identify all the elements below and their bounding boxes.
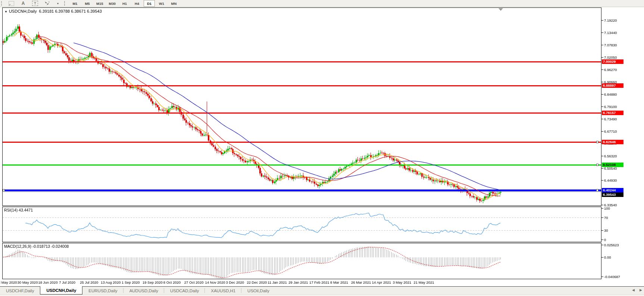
date-tick: 8 Mar 2021 (330, 280, 348, 284)
date-tick: 1 Sep 2020 (122, 280, 140, 284)
tab-scroll-left-icon[interactable]: ◀ (632, 288, 635, 292)
date-tick: 14 Nov 2020 (205, 280, 225, 284)
date-tick: 12 May 2020 (0, 280, 17, 284)
tab-scroll-right-icon[interactable]: ▶ (640, 288, 642, 292)
date-tick: 18 Jun 2020 (38, 280, 57, 284)
chart-ohlc-values: 6.39181 6.39788 6.38671 6.39543 (39, 9, 102, 13)
rsi-indicator-label: RSI(14) 43.4471 (4, 208, 33, 212)
level-price-badge: 6.62646 (602, 140, 623, 144)
date-tick: 3 May 2021 (393, 280, 412, 284)
rsi-panel[interactable] (2, 207, 601, 242)
text-label-icon[interactable]: A (18, 0, 29, 7)
grid-f-icon[interactable]: F (6, 0, 17, 7)
tab-xauusd[interactable]: XAUUSD,H1 (205, 287, 241, 295)
rsi-tick: 70 (604, 216, 608, 220)
date-tick: 30 May 2020 (18, 280, 38, 284)
date-tick: 7 Jul 2020 (59, 280, 75, 284)
timeframe-button-mn[interactable]: MN (168, 0, 179, 7)
timeframe-button-h1[interactable]: H1 (119, 0, 130, 7)
tab-usoil[interactable]: USOil,Daily (241, 287, 275, 295)
price-tick: 6.44930 (604, 178, 617, 182)
rsi-tick: 100 (604, 206, 610, 210)
level-price-badge: 6.52108 (602, 163, 623, 167)
date-tick: 14 Apr 2021 (372, 280, 391, 284)
price-tick: 7.02050 (604, 55, 617, 59)
date-tick: 8 Oct 2020 (163, 280, 181, 284)
grid-icon: F (9, 1, 14, 6)
level-price-badge: 6.88897 (602, 83, 623, 88)
price-tick: 7.19220 (604, 18, 617, 22)
chart-tabs: USDCHF,DailyUSDCNH,DailyEURUSD,DailyAUDU… (0, 287, 644, 295)
tab-usdcad[interactable]: USDCAD,Daily (164, 287, 205, 295)
date-tick: 3 Dec 2020 (226, 280, 244, 284)
date-tick: 25 Jul 2020 (80, 280, 98, 284)
panel-splitter[interactable] (2, 242, 601, 243)
date-tick: 11 Jan 2021 (268, 280, 287, 284)
chart-tab-bar: USDCHF,DailyUSDCNH,DailyEURUSD,DailyAUDU… (0, 286, 644, 296)
date-tick: 13 Aug 2020 (101, 280, 121, 284)
level-price-badge: 6.76157 (602, 111, 623, 115)
timeframe-button-w1[interactable]: W1 (156, 0, 167, 7)
date-tick: 29 Jan 2021 (288, 280, 308, 284)
date-tick: 21 May 2021 (414, 280, 434, 284)
macd-tick: 0.025623 (604, 243, 619, 247)
date-tick: 17 Feb 2021 (309, 280, 329, 284)
timeframe-button-m5[interactable]: M5 (82, 0, 93, 7)
tab-usdchf[interactable]: USDCHF,Daily (0, 287, 40, 295)
text-box-icon[interactable]: T (29, 0, 41, 7)
price-tick: 6.96270 (604, 68, 617, 72)
chart-shift-marker-icon[interactable] (498, 8, 503, 11)
timeframe-button-m15[interactable]: M15 (94, 0, 105, 7)
date-tick: 22 Dec 2020 (247, 280, 267, 284)
chart-toolbar: F A T ▾ M1M5M15M30H1H4D1W1MN (0, 0, 644, 7)
toolbar-grip-icon[interactable] (1, 1, 4, 6)
panel-splitter[interactable] (2, 206, 601, 207)
timeframe-button-group: M1M5M15M30H1H4D1W1MN (69, 0, 179, 7)
level-price-badge: 6.40244 (602, 188, 623, 192)
price-tick: 7.07830 (604, 43, 617, 47)
price-tick: 6.67710 (604, 129, 617, 133)
timeframe-button-m1[interactable]: M1 (69, 0, 81, 7)
title-marker-icon: ▼ (4, 10, 7, 13)
macd-tick: -0.040687 (604, 275, 620, 279)
rsi-tick: 0 (604, 238, 606, 242)
timeframe-button-m30[interactable]: M30 (106, 0, 118, 7)
trading-terminal-window: F A T ▾ M1M5M15M30H1H4D1W1MN ▼USDCNH,Dai… (0, 0, 644, 296)
chart-title: ▼USDCNH,Daily 6.39181 6.39788 6.38671 6.… (4, 9, 102, 13)
price-chart-panel[interactable] (2, 7, 601, 206)
date-tick: 19 Sep 2020 (143, 280, 163, 284)
chart-symbol-label: USDCNH,Daily (9, 9, 37, 13)
toolbar-grip-icon[interactable] (64, 1, 67, 6)
chevron-down-icon[interactable]: ▾ (53, 0, 62, 7)
price-tick: 6.84880 (604, 92, 617, 96)
price-tick: 6.56320 (604, 154, 617, 158)
level-price-badge: 7.00029 (602, 59, 623, 64)
macd-panel[interactable] (2, 243, 601, 279)
rsi-tick: 30 (604, 228, 608, 232)
draw-arrows-icon[interactable] (41, 0, 53, 7)
price-tick: 6.79100 (604, 105, 617, 109)
macd-indicator-label: MACD(12,26,9) -0.018713 -0.024008 (4, 244, 69, 249)
date-tick: 27 Oct 2020 (184, 280, 204, 284)
date-tick: 26 Mar 2021 (351, 280, 371, 284)
tab-usdcnh[interactable]: USDCNH,Daily (40, 286, 82, 295)
tab-eurusd[interactable]: EURUSD,Daily (82, 287, 123, 295)
current-price-badge: 6.39543 (602, 192, 623, 197)
macd-tick: 0.00 (604, 255, 611, 259)
tab-bar-footer (0, 295, 644, 296)
tab-audusd[interactable]: AUDUSD,Daily (124, 287, 164, 295)
price-tick: 6.73490 (604, 117, 617, 121)
timeframe-button-h4[interactable]: H4 (131, 0, 143, 7)
price-tick: 7.13440 (604, 31, 617, 35)
timeframe-button-d1[interactable]: D1 (144, 0, 155, 7)
